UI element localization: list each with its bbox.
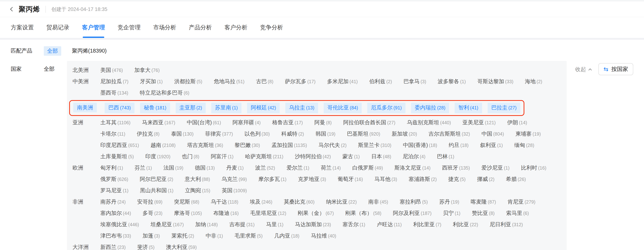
country-item[interactable]: 克罗地亚(3): [298, 175, 326, 184]
tab-3[interactable]: 竞企管理: [118, 17, 140, 38]
country-item[interactable]: 秘鲁(181): [140, 103, 170, 113]
country-item[interactable]: 葡萄牙(16): [338, 175, 363, 184]
country-item[interactable]: 罗马尼亚(1): [100, 186, 128, 195]
country-item[interactable]: 赞比亚(8): [472, 209, 495, 218]
country-item[interactable]: 几内亚(18): [274, 232, 299, 240]
country-item[interactable]: 科威特(2): [281, 130, 304, 139]
country-item[interactable]: 新西兰(23): [100, 243, 126, 250]
country-item[interactable]: 丹麦(1): [226, 164, 244, 173]
country-item[interactable]: 莱索托(2): [172, 232, 194, 240]
country-item[interactable]: 安哥拉(69): [137, 198, 162, 206]
continent-label[interactable]: 中美洲: [72, 77, 100, 85]
country-item[interactable]: 日本(48): [371, 152, 391, 161]
country-item[interactable]: 刚果（布）(58): [345, 209, 381, 218]
country-item[interactable]: 圭亚那(2): [176, 103, 206, 113]
country-item[interactable]: 尼日利亚(312): [490, 220, 523, 229]
country-item[interactable]: 苏丹(19): [439, 198, 459, 206]
country-item[interactable]: 古巴(8): [256, 77, 274, 86]
country-item[interactable]: 意大利(88): [185, 175, 210, 184]
tab-2[interactable]: 客户管理: [82, 17, 105, 38]
country-item[interactable]: 马里(1): [266, 220, 284, 229]
country-item[interactable]: 吉布提(31): [229, 220, 254, 229]
country-item[interactable]: 卡塔尔(11): [100, 130, 126, 139]
country-item[interactable]: 洪都拉斯(5): [174, 77, 202, 86]
country-item[interactable]: 土库曼斯坦(5): [100, 152, 134, 161]
country-item[interactable]: 芬兰(1): [135, 164, 152, 173]
country-item[interactable]: 黎巴嫩(30): [235, 141, 260, 150]
country-item[interactable]: 马尔代夫(2): [318, 141, 347, 150]
country-item[interactable]: 智利(41): [454, 103, 482, 113]
country-item[interactable]: 土耳其(1106): [100, 119, 130, 127]
tab-0[interactable]: 方案设置: [11, 17, 34, 38]
country-item[interactable]: 西班牙(135): [442, 164, 470, 173]
group-by-country-button[interactable]: ⇆ 按国家: [598, 63, 633, 75]
country-item[interactable]: 坦桑尼亚(167): [150, 220, 184, 229]
country-item[interactable]: 波兰(52): [255, 164, 275, 173]
country-item[interactable]: 加拿大(76): [134, 66, 160, 75]
continent-label[interactable]: 南美洲: [73, 103, 97, 112]
country-item[interactable]: 中国(804): [482, 130, 504, 139]
country-item[interactable]: 厄瓜多尔(91): [367, 103, 405, 113]
country-item[interactable]: 喀麦隆(87): [471, 198, 496, 206]
country-item[interactable]: 布隆迪(16): [213, 209, 238, 218]
country-item[interactable]: 爱尔兰(1): [286, 164, 310, 173]
country-item[interactable]: 多米尼加(41): [327, 77, 358, 86]
country-item[interactable]: 亚美尼亚(121): [462, 119, 496, 127]
country-item[interactable]: 斐济(5): [137, 243, 154, 250]
country-item[interactable]: 伊拉克(8): [137, 130, 160, 139]
country-item[interactable]: 吉尔吉斯斯坦(32): [428, 130, 470, 139]
collapse-toggle[interactable]: 收起: [575, 66, 591, 73]
country-item[interactable]: 希腊(26): [506, 175, 526, 184]
country-item[interactable]: 纳米比亚(22): [326, 198, 357, 206]
country-item[interactable]: 泰国(130): [171, 130, 194, 139]
country-item[interactable]: 白俄罗斯(49): [352, 164, 383, 173]
country-item[interactable]: 南苏丹(24): [100, 198, 126, 206]
country-item[interactable]: 利比里亚(7): [413, 220, 442, 229]
country-item[interactable]: 阿尔巴尼亚(2): [140, 175, 173, 184]
country-item[interactable]: 乌兹别克斯坦(440): [407, 119, 451, 127]
country-item[interactable]: 黑山共和国(1): [140, 186, 174, 195]
country-item[interactable]: 约旦(18): [449, 141, 468, 150]
country-item[interactable]: 塞浦路斯(2): [408, 175, 437, 184]
tab-5[interactable]: 产品分析: [189, 17, 212, 38]
country-item[interactable]: 也门(8): [182, 152, 200, 161]
country-item[interactable]: 中非(1): [206, 232, 223, 240]
country-item[interactable]: 巴西(743): [104, 103, 134, 113]
continent-label[interactable]: 欧洲: [72, 164, 100, 172]
continent-label[interactable]: 非洲: [72, 198, 100, 206]
country-item[interactable]: 澳大利亚(59): [166, 243, 196, 250]
continent-label[interactable]: 亚洲: [72, 119, 100, 126]
country-item[interactable]: 孟加拉国(1135): [272, 141, 307, 150]
country-item[interactable]: 巴林(1): [437, 152, 454, 161]
country-item[interactable]: 中国(香港)(18): [403, 141, 437, 150]
country-item[interactable]: 加纳(148): [195, 220, 218, 229]
country-item[interactable]: 塞拉利昂(5): [400, 198, 428, 206]
country-item[interactable]: 荷兰(14): [321, 164, 341, 173]
tab-4[interactable]: 市场分析: [153, 17, 176, 38]
country-item[interactable]: 捷克(5): [448, 175, 466, 184]
country-item[interactable]: 阿富汗(1): [211, 152, 234, 161]
country-item[interactable]: 哈萨克斯坦(211): [245, 152, 284, 161]
country-item[interactable]: 印度尼西亚(651): [100, 141, 139, 150]
country-item[interactable]: 斯里兰卡(310): [358, 141, 391, 150]
country-item[interactable]: 格鲁吉亚(17): [272, 119, 303, 127]
country-item[interactable]: 摩尔多瓦(1): [258, 175, 286, 184]
country-item[interactable]: 突尼斯(68): [174, 198, 199, 206]
country-item[interactable]: 巴拿马(3): [404, 77, 426, 86]
country-item[interactable]: 贝宁(1): [443, 209, 460, 218]
country-item[interactable]: 菲律宾(377): [205, 130, 233, 139]
country-item[interactable]: 阿拉伯联合酋长国(27): [343, 119, 395, 127]
country-item[interactable]: 南非(45): [368, 198, 388, 206]
country-item[interactable]: 印度(1920): [146, 152, 170, 161]
country-item[interactable]: 索马里(6): [506, 209, 529, 218]
country-item[interactable]: 乌克兰(99): [222, 175, 247, 184]
country-item[interactable]: 刚果（金）(67): [298, 209, 334, 218]
country-item[interactable]: 巴拉圭(27): [488, 103, 520, 113]
country-item[interactable]: 波多黎各(1): [438, 77, 466, 86]
country-item[interactable]: 比利时(16): [521, 164, 546, 173]
country-item[interactable]: 乌拉圭(13): [285, 103, 318, 113]
country-item[interactable]: 哥伦比亚(84): [324, 103, 362, 113]
country-item[interactable]: 立陶宛(15): [185, 186, 210, 195]
country-item[interactable]: 蒙古(1): [342, 152, 360, 161]
country-item[interactable]: 马拉维(40): [311, 232, 336, 240]
